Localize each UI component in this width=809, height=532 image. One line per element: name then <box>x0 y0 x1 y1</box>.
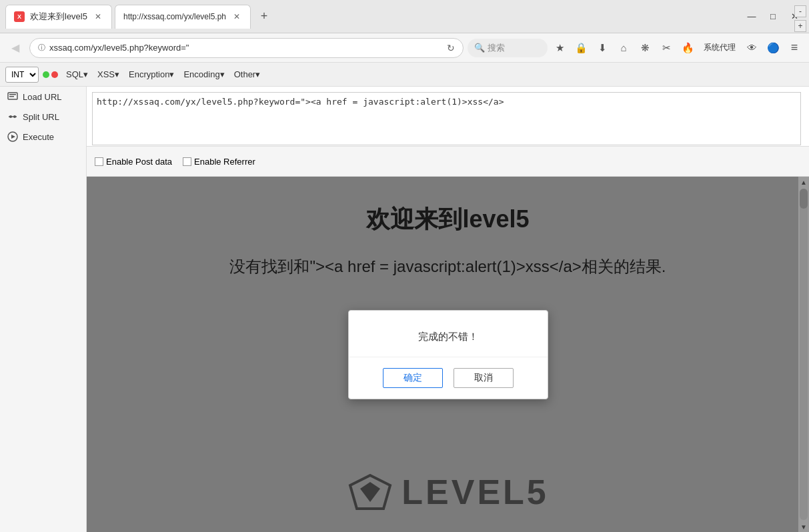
sidebar-item-split-url[interactable]: Split URL <box>0 107 86 127</box>
enable-referrer-label: Enable Referrer <box>194 157 255 167</box>
dialog-overlay: 完成的不错！ 确定 取消 <box>87 177 809 532</box>
split-url-icon <box>7 111 19 123</box>
titlebar: X 欢迎来到level5 ✕ http://xssaq.com/yx/level… <box>0 0 809 33</box>
menu-xss[interactable]: XSS▾ <box>93 68 123 81</box>
url-input-row: - + <box>87 87 809 147</box>
toolbar: INT SQL▾ XSS▾ Encryption▾ Encoding▾ Othe… <box>0 63 809 87</box>
menu-sql[interactable]: SQL▾ <box>62 68 92 81</box>
tab-url[interactable]: http://xssaq.com/yx/level5.ph ✕ <box>115 5 251 29</box>
dialog-ok-btn[interactable]: 确定 <box>383 368 443 388</box>
maximize-btn[interactable]: □ <box>764 9 782 24</box>
left-panel: Load URL Split URL <box>0 87 87 532</box>
info-icon: ⓘ <box>38 43 45 53</box>
sidebar-label-execute: Execute <box>23 132 54 142</box>
svg-point-4 <box>9 115 12 118</box>
browser-content: 欢迎来到level5 没有找到和"><a href = javascript:a… <box>87 177 809 532</box>
ext1-icon[interactable]: 👁 <box>742 39 761 57</box>
content-wrapper: Load URL Split URL <box>0 87 809 532</box>
tools-icon[interactable]: ✂ <box>657 39 676 57</box>
dialog-content: 完成的不错！ <box>349 311 548 357</box>
execute-icon <box>7 131 19 143</box>
minimize-btn[interactable]: — <box>742 9 761 24</box>
shield-icon[interactable]: ❋ <box>636 39 654 57</box>
new-tab-btn[interactable]: + <box>253 6 275 27</box>
sidebar-item-execute[interactable]: Execute <box>0 127 86 147</box>
back-btn[interactable]: ◀ <box>5 38 25 58</box>
int-select[interactable]: INT <box>5 67 39 83</box>
tab-url-label: http://xssaq.com/yx/level5.ph <box>123 12 226 21</box>
lock-icon[interactable]: 🔒 <box>572 39 590 57</box>
tab-active-label: 欢迎来到level5 <box>30 11 87 23</box>
load-url-icon <box>7 91 19 103</box>
refresh-icon[interactable]: ↻ <box>447 43 455 53</box>
sidebar-label-split-url: Split URL <box>23 112 59 122</box>
menu-icon[interactable]: ≡ <box>785 39 804 57</box>
enable-referrer-checkbox[interactable]: Enable Referrer <box>183 157 255 167</box>
search-box[interactable]: 🔍 搜索 <box>468 39 548 57</box>
enable-post-label: Enable Post data <box>106 157 172 167</box>
red-dot <box>51 71 58 78</box>
dialog-message: 完成的不错！ <box>418 331 478 342</box>
address-bar[interactable]: ⓘ xssaq.com/yx/level5.php?keyword=" ↻ <box>29 38 464 58</box>
sidebar-item-load-url[interactable]: Load URL <box>0 87 86 107</box>
proxy-label[interactable]: 系统代理 <box>700 41 740 55</box>
dialog-cancel-btn[interactable]: 取消 <box>454 368 514 388</box>
fire-icon[interactable]: 🔥 <box>678 39 697 57</box>
search-placeholder-text: 搜索 <box>488 42 505 54</box>
menu-other[interactable]: Other▾ <box>230 68 265 81</box>
svg-rect-1 <box>9 94 16 95</box>
menu-encoding[interactable]: Encoding▾ <box>179 68 228 81</box>
menu-encryption[interactable]: Encryption▾ <box>125 68 178 81</box>
navbar: ◀ ⓘ xssaq.com/yx/level5.php?keyword=" ↻ … <box>0 33 809 63</box>
sidebar-label-load-url: Load URL <box>23 92 62 102</box>
postdata-bar: Enable Post data Enable Referrer <box>87 147 809 177</box>
url-input[interactable] <box>92 92 801 145</box>
enable-post-checkbox[interactable]: Enable Post data <box>95 157 172 167</box>
post-checkbox-box[interactable] <box>95 157 103 166</box>
green-dot <box>43 71 49 78</box>
search-icon: 🔍 <box>474 43 485 53</box>
svg-marker-7 <box>11 135 15 139</box>
download-icon[interactable]: ⬇ <box>593 39 612 57</box>
svg-rect-2 <box>9 96 14 97</box>
nav-icons: 🔍 搜索 ★ 🔒 ⬇ ⌂ ❋ ✂ 🔥 系统代理 👁 🔵 ≡ <box>468 39 804 57</box>
ext2-icon[interactable]: 🔵 <box>764 39 782 57</box>
tab-url-close-btn[interactable]: ✕ <box>231 11 242 22</box>
bookmark-icon[interactable]: ★ <box>550 39 569 57</box>
dialog-buttons: 确定 取消 <box>349 357 548 399</box>
svg-point-5 <box>13 115 16 118</box>
tab-favicon: X <box>14 11 25 22</box>
right-panel: - + Enable Post data Enable Referrer 欢迎来… <box>87 87 809 532</box>
status-dots <box>40 71 61 78</box>
referrer-checkbox-box[interactable] <box>183 157 191 166</box>
browser-window: X 欢迎来到level5 ✕ http://xssaq.com/yx/level… <box>0 0 809 532</box>
tab-close-btn[interactable]: ✕ <box>93 11 103 22</box>
tab-active[interactable]: X 欢迎来到level5 ✕ <box>5 5 112 29</box>
home-icon[interactable]: ⌂ <box>614 39 633 57</box>
address-text: xssaq.com/yx/level5.php?keyword=" <box>49 43 443 53</box>
dialog-box: 完成的不错！ 确定 取消 <box>348 310 548 399</box>
